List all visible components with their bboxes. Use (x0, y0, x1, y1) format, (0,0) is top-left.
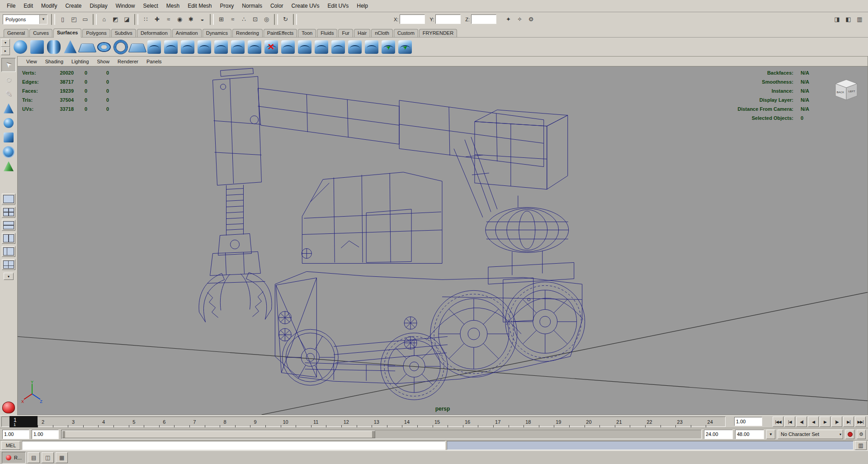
render-settings-icon[interactable]: ⚙ (525, 14, 537, 25)
panel-menu-panels[interactable]: Panels (142, 58, 166, 65)
y-coordinate-input[interactable] (436, 15, 460, 24)
x-coordinate-field[interactable] (400, 14, 425, 24)
shelf-tab-painteffects[interactable]: PaintEffects (264, 29, 297, 37)
taskbar-window-button-1[interactable]: ▤ (28, 452, 40, 463)
detach-surfaces-button[interactable] (330, 38, 346, 55)
select-by-component-icon[interactable]: ◪ (121, 14, 132, 25)
current-frame-marker[interactable]: 1 1 (9, 416, 38, 427)
view-cube-face-back[interactable]: BACK (837, 91, 844, 94)
mask-points-icon[interactable]: ∷ (140, 14, 151, 25)
mask-rendering-icon[interactable]: ◒ (197, 14, 208, 25)
shelf-tab-surfaces[interactable]: Surfaces (53, 28, 81, 38)
shelf-tab-rendering[interactable]: Rendering (232, 29, 263, 37)
project-curve-button[interactable] (396, 38, 413, 55)
shelf-tab-fluids[interactable]: Fluids (317, 29, 337, 37)
shelf-tab-animation[interactable]: Animation (172, 29, 202, 37)
render-current-frame-icon[interactable]: ✦ (503, 14, 514, 25)
attribute-editor-toggle-icon[interactable]: ◨ (831, 14, 843, 25)
nurbs-square-button[interactable] (129, 38, 146, 55)
untrim-button[interactable] (296, 38, 313, 55)
attach-surfaces-button[interactable] (313, 38, 330, 55)
new-scene-icon[interactable]: ▯ (57, 14, 68, 25)
menu-edit-mesh[interactable]: Edit Mesh (184, 1, 216, 10)
layout-two-panes-side-button[interactable] (2, 233, 15, 244)
range-slider-handle[interactable] (62, 431, 375, 438)
mask-dynamics-icon[interactable]: ✱ (185, 14, 197, 25)
play-forwards-button[interactable]: ▶ (820, 417, 830, 427)
mask-lines-icon[interactable]: ≈ (163, 14, 174, 25)
go-to-end-button[interactable]: ▶▶| (855, 417, 866, 427)
taskbar-window-button-3[interactable]: ▦ (56, 452, 68, 463)
time-slider[interactable]: 23456789101112131415161718192021222324 1… (0, 415, 868, 428)
menu-create[interactable]: Create (61, 1, 85, 10)
select-by-object-icon[interactable]: ◩ (110, 14, 121, 25)
step-back-frame-button[interactable]: |◀ (784, 417, 795, 427)
viewport-canvas[interactable]: Verts:2002000Edges:3871700Faces:1923900T… (18, 66, 868, 415)
shelf-tab-fryrender[interactable]: FRYRENDER (419, 29, 457, 37)
open-close-surface-button[interactable] (363, 38, 380, 55)
ipr-render-icon[interactable]: ✧ (514, 14, 525, 25)
channel-box-toggle-icon[interactable]: ▥ (854, 14, 865, 25)
x-coordinate-input[interactable] (400, 15, 425, 24)
go-to-start-button[interactable]: |◀◀ (773, 417, 783, 427)
shelf-tab-deformation[interactable]: Deformation (137, 29, 171, 37)
layout-four-panes-button[interactable] (2, 207, 15, 218)
shelf-tab-dynamics[interactable]: Dynamics (203, 29, 231, 37)
scale-tool[interactable] (1, 130, 16, 144)
menu-create-uvs[interactable]: Create UVs (288, 1, 324, 10)
y-coordinate-field[interactable] (435, 14, 461, 24)
current-time-input[interactable] (735, 417, 762, 426)
taskbar-app-button[interactable]: R... (2, 452, 26, 464)
open-scene-icon[interactable]: ◰ (68, 14, 80, 25)
nurbs-plane-button[interactable] (79, 38, 95, 55)
shelf-tab-ncloth[interactable]: nCloth (371, 29, 393, 37)
menu-help[interactable]: Help (353, 1, 372, 10)
soft-modification-tool[interactable] (1, 159, 16, 173)
save-scene-icon[interactable]: ▭ (80, 14, 91, 25)
boundary-button[interactable] (229, 38, 246, 55)
animation-end-field[interactable] (735, 430, 764, 439)
nurbs-cube-button[interactable] (28, 38, 45, 55)
select-tool[interactable] (1, 58, 16, 72)
make-live-icon[interactable]: ◎ (261, 14, 272, 25)
play-backwards-button[interactable]: ◀ (808, 417, 819, 427)
bevel-button[interactable] (246, 38, 263, 55)
shelf-tab-toon[interactable]: Toon (298, 29, 316, 37)
view-cube-face-left[interactable]: LEFT (849, 90, 855, 93)
mask-handles-icon[interactable]: ✚ (151, 14, 163, 25)
layout-persp-outliner-button[interactable] (2, 246, 15, 257)
command-input[interactable] (22, 441, 445, 450)
shelf-tab-fur[interactable]: Fur (338, 29, 353, 37)
menu-window[interactable]: Window (112, 1, 139, 10)
view-cube[interactable]: BACK LEFT (831, 76, 861, 103)
animation-preferences-button[interactable]: ⚙ (857, 430, 866, 439)
shelf-tab-custom[interactable]: Custom (394, 29, 418, 37)
menu-color[interactable]: Color (266, 1, 288, 10)
command-input-field[interactable] (22, 441, 445, 450)
nurbs-cylinder-button[interactable] (45, 38, 62, 55)
nurbs-torus-button[interactable] (95, 38, 112, 55)
snap-to-point-icon[interactable]: ∴ (238, 14, 250, 25)
menu-mesh[interactable]: Mesh (162, 1, 184, 10)
construction-history-icon[interactable]: ↻ (280, 14, 291, 25)
birail-button[interactable] (212, 38, 229, 55)
menu-select[interactable]: Select (139, 1, 162, 10)
script-editor-button[interactable]: ▥ (855, 441, 867, 450)
range-slider-track[interactable] (61, 430, 702, 439)
snap-to-curve-icon[interactable]: ≈ (227, 14, 238, 25)
boolean-difference-button[interactable] (263, 38, 279, 55)
menu-set-selector[interactable]: Polygons ▼ (3, 14, 47, 24)
shelf-tab-polygons[interactable]: Polygons (82, 29, 110, 37)
snap-to-plane-icon[interactable]: ⊡ (250, 14, 261, 25)
nurbs-circle-button[interactable] (112, 38, 129, 55)
rotate-tool[interactable] (1, 116, 16, 130)
shelf-tab-hair[interactable]: Hair (354, 29, 370, 37)
planar-button[interactable] (179, 38, 196, 55)
menu-proxy[interactable]: Proxy (216, 1, 238, 10)
loft-button[interactable] (162, 38, 179, 55)
panel-menu-shading[interactable]: Shading (41, 58, 67, 65)
insert-isoparms-button[interactable] (380, 38, 396, 55)
maya-app-icon[interactable] (2, 402, 15, 413)
menu-normals[interactable]: Normals (238, 1, 266, 10)
menu-modify[interactable]: Modify (37, 1, 61, 10)
